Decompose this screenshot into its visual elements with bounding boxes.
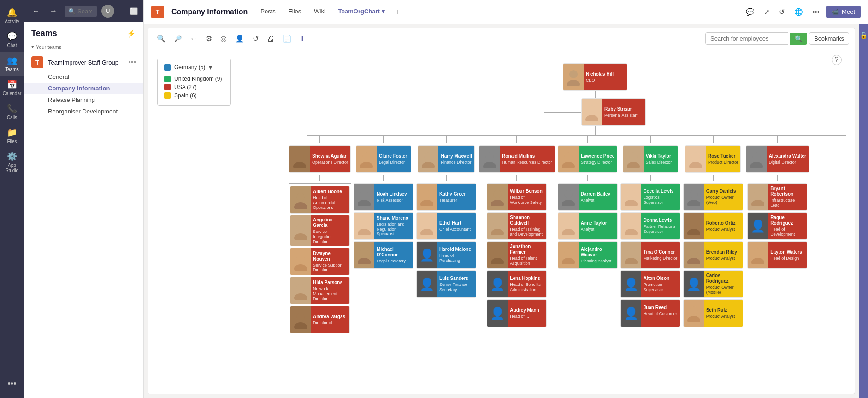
- report-5-1[interactable]: Donna Lewis Partner Relations Supervisor: [620, 212, 680, 240]
- help-icon[interactable]: ?: [832, 55, 842, 65]
- globe-btn[interactable]: 🌐: [791, 6, 806, 18]
- report-6-4[interactable]: Seth Ruiz Product Analyst: [683, 299, 743, 327]
- sidebar-item-chat[interactable]: 💬 Chat: [0, 28, 24, 52]
- sidebar-item-teams[interactable]: 👥 Teams: [0, 52, 24, 76]
- filter-icon[interactable]: ⚡: [127, 29, 136, 38]
- add-tab-button[interactable]: +: [392, 6, 404, 18]
- org-content[interactable]: ? Germany (5) ▾ United Kingdom (9): [148, 49, 855, 394]
- lock-icon[interactable]: 🔒: [860, 31, 868, 39]
- more-btn[interactable]: •••: [809, 6, 822, 18]
- back-button[interactable]: ←: [30, 5, 42, 17]
- print-button[interactable]: 🖨: [264, 32, 278, 45]
- report-3-4[interactable]: 👤 Audrey Mann Head of ...: [487, 299, 547, 327]
- tab-files[interactable]: Files: [283, 5, 307, 18]
- report-4-1[interactable]: Anne Taylor Analyst: [558, 212, 618, 240]
- team-item[interactable]: T TeamImprover Staff Group •••: [24, 53, 143, 71]
- dir-card-0[interactable]: Shewna Aguilar Operations Director: [289, 145, 351, 173]
- teams-header: Teams ⚡: [24, 22, 143, 42]
- sidebar-item-more[interactable]: •••: [0, 375, 24, 392]
- report-2-1[interactable]: Ethel Hart Chief Accountant: [416, 212, 476, 240]
- settings-button[interactable]: ⚙: [202, 32, 215, 45]
- report-2-3[interactable]: 👤 Luis Sanders Senior Finance Secretary: [416, 270, 476, 298]
- report-6-0[interactable]: Garry Daniels Product Owner (Web): [683, 183, 743, 211]
- tab-teamorgchart[interactable]: TeamOrgChart ▾: [333, 5, 390, 18]
- zoom-in-button[interactable]: 🔍: [154, 32, 169, 45]
- legend-dropdown-icon[interactable]: ▾: [209, 64, 212, 71]
- report-3-2[interactable]: Jonathon Farmer Head of Talent Acquisiti…: [487, 241, 547, 269]
- report-3-1[interactable]: Shannon Caldwell Head of Training and De…: [487, 212, 547, 240]
- report-2-0[interactable]: Kathy Green Treasurer: [416, 183, 476, 211]
- dir-col-0: Shewna Aguilar Operations Director: [289, 136, 351, 333]
- sidebar-item-calls[interactable]: 📞 Calls: [0, 100, 24, 124]
- report-1-1[interactable]: Shane Moreno Legislation and Regulation …: [354, 212, 413, 240]
- export-button[interactable]: 📄: [279, 32, 295, 45]
- svg-point-47: [627, 162, 640, 168]
- tab-posts[interactable]: Posts: [255, 5, 281, 18]
- dir-card-2[interactable]: Harry Maxwell Finance Director: [418, 145, 474, 173]
- dropdown-chevron-icon: ▾: [382, 8, 385, 15]
- bookmarks-button[interactable]: Bookmarks: [809, 32, 849, 45]
- svg-point-25: [422, 162, 435, 168]
- sidebar-item-activity[interactable]: 🔔 Activity: [0, 4, 24, 28]
- dir-card-6[interactable]: Rose Tucker Product Director: [685, 145, 741, 173]
- user-avatar[interactable]: U: [101, 5, 114, 18]
- report-6-2[interactable]: Brendan Riley Product Analyst: [683, 241, 743, 269]
- report-0-3[interactable]: Hida Parsons Network Management Director: [290, 277, 350, 304]
- center-button[interactable]: ◎: [217, 32, 230, 45]
- dir-card-5[interactable]: Vikki Taylor Sales Director: [623, 145, 678, 173]
- sidebar-item-files[interactable]: 📁 Files: [0, 124, 24, 148]
- forward-button[interactable]: →: [47, 5, 60, 17]
- reload-btn[interactable]: ↺: [776, 6, 788, 18]
- person-button[interactable]: 👤: [232, 32, 248, 45]
- legend-spain: Spain (6): [164, 92, 224, 99]
- team-more-icon[interactable]: •••: [128, 58, 136, 66]
- report-0-1[interactable]: Angeline Garcia Service Integration Dire…: [290, 215, 350, 246]
- search-employees-button[interactable]: 🔍: [790, 33, 807, 45]
- pa-card[interactable]: Ruby Stream Personal Assistant: [581, 98, 646, 126]
- report-0-2[interactable]: Dwayne Nguyen Service Support Director: [290, 248, 350, 275]
- channel-reorganiser-dev[interactable]: Reorganiser Development: [24, 106, 143, 117]
- dir-card-4[interactable]: Lawrence Price Strategy Director: [558, 145, 617, 173]
- channel-team-avatar: T: [151, 6, 164, 18]
- report-5-2[interactable]: Tina O'Connor Marketing Director: [620, 241, 680, 269]
- dir-card-3[interactable]: Ronald Mullins Human Resources Director: [479, 145, 555, 173]
- report-5-4[interactable]: 👤 Juan Reed Head of Customer ...: [620, 299, 680, 327]
- dir-card-1[interactable]: Claire Foster Legal Director: [356, 145, 411, 173]
- report-5-3[interactable]: 👤 Alton Olson Promotion Supervisor: [620, 270, 680, 298]
- sidebar-item-appstudio[interactable]: ⚙️ App Studio: [0, 148, 24, 177]
- channel-release-planning[interactable]: Release Planning: [24, 94, 143, 106]
- ceo-card[interactable]: Nicholas Hill CEO: [563, 63, 627, 91]
- sidebar-item-calendar[interactable]: 📅 Calendar: [0, 76, 24, 100]
- report-7-2[interactable]: Layton Waters Head of Design: [747, 241, 807, 269]
- report-1-0[interactable]: Noah Lindsey Risk Assessor: [354, 183, 413, 211]
- report-7-0[interactable]: Bryant Robertson Infrastructure Lead: [747, 183, 807, 211]
- report-4-0[interactable]: Darren Bailey Analyst: [558, 183, 618, 211]
- report-0-0[interactable]: Albert Boone Head of Commercial Operatio…: [290, 186, 350, 214]
- refresh-button[interactable]: ↺: [249, 32, 262, 45]
- report-5-0[interactable]: Cecelia Lewis Logistics Supervisor: [620, 183, 680, 211]
- report-0-4[interactable]: Andrea Vargas Director of ...: [290, 306, 350, 333]
- meet-button[interactable]: 📹 Meet: [826, 6, 861, 18]
- zoom-out-button[interactable]: 🔎: [171, 33, 185, 44]
- channel-general[interactable]: General: [24, 71, 143, 83]
- dir-card-7[interactable]: Alexandra Walter Digital Director: [746, 145, 809, 173]
- report-3-0[interactable]: Wilbur Benson Head of Workforce Safety: [487, 183, 547, 211]
- maximize-button[interactable]: ⬜: [130, 7, 138, 15]
- report-6-3[interactable]: 👤 Carlos Rodriguez Product Owner (Mobile…: [683, 270, 743, 298]
- your-teams-label[interactable]: ▾ Your teams: [24, 42, 143, 52]
- report-3-3[interactable]: 👤 Lena Hopkins Head of Benefits Administ…: [487, 270, 547, 298]
- move-button[interactable]: ↔: [187, 32, 201, 45]
- report-4-2[interactable]: Alejandro Weaver Planning Analyst: [558, 241, 618, 269]
- teams-button[interactable]: T: [297, 32, 308, 45]
- report-6-1[interactable]: Roberto Ortiz Product Analyst: [683, 212, 743, 240]
- report-1-2[interactable]: Michael O'Connor Legal Secretary: [354, 241, 413, 269]
- channel-company-info[interactable]: Company Information: [24, 83, 143, 94]
- search-employees-input[interactable]: [705, 32, 788, 45]
- expand-btn[interactable]: ⤢: [761, 6, 773, 18]
- minimize-button[interactable]: —: [119, 7, 125, 15]
- report-7-1[interactable]: 👤 Raquel Rodriguez Head of Development: [747, 212, 807, 240]
- tab-wiki[interactable]: Wiki: [308, 5, 331, 18]
- report-2-2[interactable]: 👤 Harold Malone Head of Purchasing: [416, 241, 476, 269]
- chat-channel-btn[interactable]: 💬: [743, 6, 757, 18]
- svg-point-55: [689, 162, 702, 168]
